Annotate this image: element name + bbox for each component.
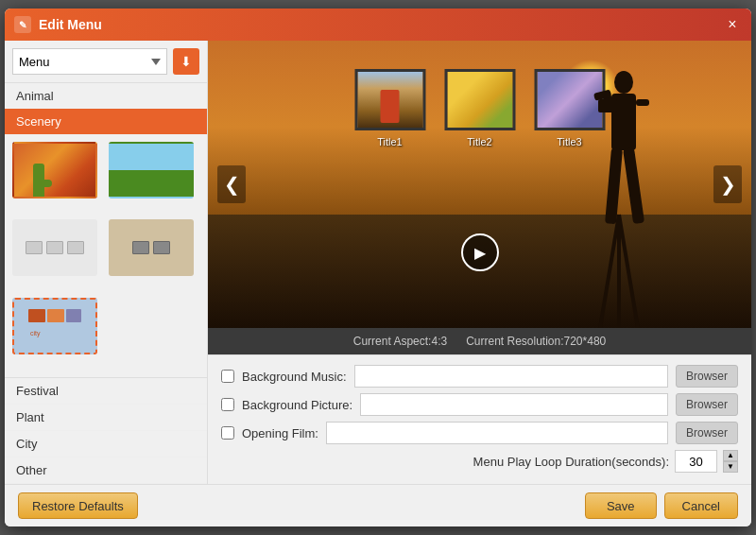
thumbnail-1[interactable] xyxy=(12,142,97,198)
category-animal[interactable]: Animal xyxy=(5,83,207,109)
close-button[interactable]: × xyxy=(723,15,742,34)
svg-rect-10 xyxy=(605,147,623,224)
silhouette xyxy=(562,63,676,328)
svg-line-13 xyxy=(619,215,638,328)
right-panel: Title1 Title2 Title3 xyxy=(208,41,751,484)
play-button[interactable]: ▶ xyxy=(461,233,499,271)
preview-canvas: Title1 Title2 Title3 xyxy=(208,41,751,328)
restore-defaults-button[interactable]: Restore Defaults xyxy=(18,492,138,519)
loop-input[interactable]: 30 xyxy=(675,450,717,473)
footer-right: Save Cancel xyxy=(585,492,738,519)
svg-rect-9 xyxy=(636,99,649,106)
edit-menu-dialog: ✎ Edit Menu × Menu ⬇ Animal Scenery xyxy=(5,9,751,526)
thumbnail-grid: city xyxy=(5,134,207,377)
save-button[interactable]: Save xyxy=(585,492,657,519)
main-content: Menu ⬇ Animal Scenery xyxy=(5,41,751,484)
svg-rect-2 xyxy=(66,309,81,322)
bg-music-row: Background Music: Browser xyxy=(221,365,738,388)
bg-picture-checkbox[interactable] xyxy=(221,398,234,411)
loop-spinner: ▲ ▼ xyxy=(723,450,738,473)
preview-item-1: Title1 xyxy=(354,69,425,147)
thumbnail-4[interactable] xyxy=(109,219,194,276)
bg-music-checkbox[interactable] xyxy=(221,370,234,383)
svg-rect-11 xyxy=(623,147,644,224)
opening-film-label: Opening Film: xyxy=(242,426,318,440)
opening-film-checkbox[interactable] xyxy=(221,426,234,440)
bg-music-label: Background Music: xyxy=(242,370,347,384)
bg-picture-browser-button[interactable]: Browser xyxy=(676,393,738,416)
bg-picture-input[interactable] xyxy=(360,393,668,416)
menu-select[interactable]: Menu xyxy=(12,48,167,75)
bg-picture-label: Background Picture: xyxy=(242,398,352,412)
dialog-icon: ✎ xyxy=(14,16,31,33)
svg-point-4 xyxy=(614,71,633,94)
loop-row: Menu Play Loop Duration(seconds): 30 ▲ ▼ xyxy=(221,450,738,473)
aspect-status: Current Aspect:4:3 xyxy=(353,335,447,348)
preview-frame-1 xyxy=(354,69,425,130)
prev-arrow[interactable]: ❮ xyxy=(217,165,246,203)
thumbnail-2[interactable] xyxy=(109,142,194,198)
category-plant[interactable]: Plant xyxy=(5,405,207,431)
opening-film-browser-button[interactable]: Browser xyxy=(676,422,738,444)
thumbnail-5[interactable]: city xyxy=(12,298,97,354)
cancel-button[interactable]: Cancel xyxy=(664,492,738,519)
loop-decrement-button[interactable]: ▼ xyxy=(723,461,738,473)
next-arrow[interactable]: ❯ xyxy=(713,165,742,203)
loop-increment-button[interactable]: ▲ xyxy=(723,450,738,461)
preview-item-2: Title2 xyxy=(444,69,515,147)
preview-title-1: Title1 xyxy=(377,136,403,147)
opening-film-row: Opening Film: Browser xyxy=(221,422,738,444)
category-other[interactable]: Other xyxy=(5,457,207,484)
category-list-top: Animal Scenery xyxy=(5,83,207,134)
sidebar-top: Menu ⬇ xyxy=(5,41,207,83)
options-area: Background Music: Browser Background Pic… xyxy=(208,354,751,484)
download-button[interactable]: ⬇ xyxy=(173,48,199,75)
loop-label: Menu Play Loop Duration(seconds): xyxy=(473,455,669,469)
category-festival[interactable]: Festival xyxy=(5,378,207,405)
preview-title-2: Title2 xyxy=(467,136,492,147)
footer: Restore Defaults Save Cancel xyxy=(5,484,751,526)
bg-music-browser-button[interactable]: Browser xyxy=(676,365,738,388)
svg-text:city: city xyxy=(30,330,41,337)
thumbnail-3[interactable] xyxy=(12,219,97,276)
dialog-title: Edit Menu xyxy=(39,17,723,32)
title-bar: ✎ Edit Menu × xyxy=(5,9,751,41)
sidebar: Menu ⬇ Animal Scenery xyxy=(5,41,208,484)
opening-film-input[interactable] xyxy=(326,422,668,444)
resolution-status: Current Resolution:720*480 xyxy=(466,335,606,348)
bg-music-input[interactable] xyxy=(354,365,668,388)
category-scenery[interactable]: Scenery xyxy=(5,109,207,134)
preview-frame-2 xyxy=(444,69,515,130)
svg-rect-0 xyxy=(28,309,45,322)
svg-rect-1 xyxy=(47,309,64,322)
svg-rect-6 xyxy=(598,99,617,112)
status-bar: Current Aspect:4:3 Current Resolution:72… xyxy=(208,328,751,354)
category-list-bottom: Festival Plant City Other xyxy=(5,377,207,484)
category-city[interactable]: City xyxy=(5,431,207,457)
bg-picture-row: Background Picture: Browser xyxy=(221,393,738,416)
svg-line-12 xyxy=(600,215,619,328)
